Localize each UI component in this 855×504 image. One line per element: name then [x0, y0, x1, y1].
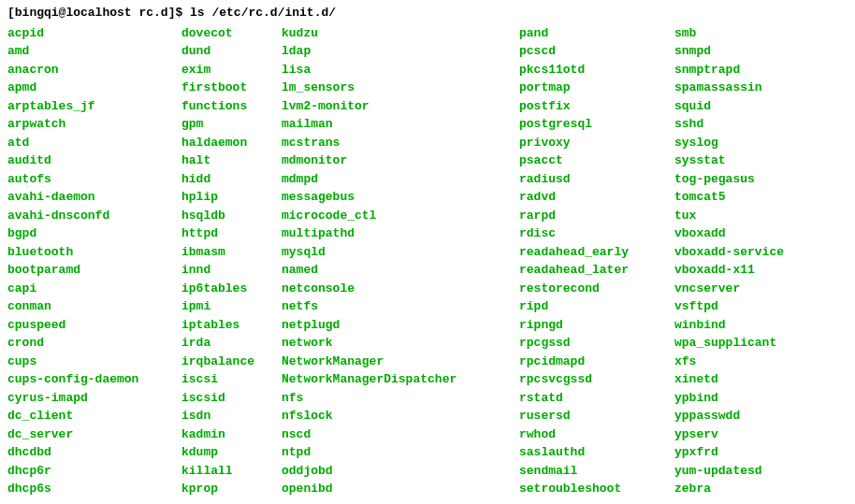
file-entry: vsftpd [674, 297, 784, 316]
col-1: acpidamdanacronapmdarptables_jfarpwatcha… [7, 24, 181, 498]
col-4: pandpcscdpkcs11otdportmappostfixpostgres… [519, 24, 674, 498]
file-entry: kadmin [181, 425, 282, 444]
file-entry: vboxadd-service [674, 243, 784, 262]
file-entry: dc_server [7, 425, 181, 444]
file-entry: capi [7, 280, 181, 298]
file-entry: isdn [181, 407, 282, 425]
file-entry: setroubleshoot [519, 480, 674, 498]
col-3: kudzuldaplisalm_sensorslvm2-monitormailm… [282, 24, 519, 498]
file-entry: lm_sensors [282, 79, 519, 97]
file-entry: haldaemon [181, 134, 282, 152]
file-entry: xfs [674, 353, 784, 371]
file-entry: netconsole [282, 280, 519, 298]
file-entry: spamassassin [674, 79, 784, 97]
file-entry: syslog [674, 134, 784, 152]
file-entry: lisa [282, 61, 519, 79]
file-entry: iptables [181, 316, 282, 335]
file-entry: xinetd [674, 370, 784, 389]
file-entry: mcstrans [282, 134, 519, 152]
file-entry: cpuspeed [7, 316, 181, 335]
file-entry: lvm2-monitor [282, 97, 519, 116]
file-entry: ripngd [519, 316, 674, 335]
file-entry: kudzu [282, 24, 519, 43]
file-entry: zebra [674, 480, 784, 498]
file-entry: yppasswdd [674, 407, 784, 425]
file-entry: wpa_supplicant [674, 334, 784, 353]
file-entry: avahi-daemon [7, 188, 181, 207]
file-entry: innd [181, 261, 282, 280]
file-entry: ypserv [674, 425, 784, 444]
file-entry: httpd [181, 224, 282, 243]
file-entry: avahi-dnsconfd [7, 207, 181, 225]
file-entry: firstboot [181, 79, 282, 97]
file-entry: rusersd [519, 407, 674, 425]
file-entry: rstatd [519, 389, 674, 408]
file-entry: NetworkManager [282, 353, 519, 371]
file-entry: messagebus [282, 188, 519, 207]
file-entry: rpcidmapd [519, 353, 674, 371]
file-entry: atd [7, 134, 181, 152]
file-entry: NetworkManagerDispatcher [282, 370, 519, 389]
file-entry: network [282, 334, 519, 353]
file-entry: pand [519, 24, 674, 43]
file-entry: smb [674, 24, 784, 43]
file-entry: nfslock [282, 407, 519, 425]
file-entry: netfs [282, 297, 519, 316]
file-entry: kprop [181, 480, 282, 498]
file-entry: rpcsvcgssd [519, 370, 674, 389]
file-entry: mdmpd [282, 170, 519, 189]
file-entry: readahead_early [519, 243, 674, 262]
file-entry: irqbalance [181, 353, 282, 371]
file-entry: mysqld [282, 243, 519, 262]
file-entry: mdmonitor [282, 151, 519, 170]
file-entry: anacron [7, 61, 181, 79]
file-entry: ip6tables [181, 280, 282, 298]
file-entry: privoxy [519, 134, 674, 152]
file-entry: dhcdbd [7, 443, 181, 462]
file-entry: cups [7, 353, 181, 371]
file-entry: killall [181, 462, 282, 481]
file-entry: auditd [7, 151, 181, 170]
file-entry: ypxfrd [674, 443, 784, 462]
file-entry: pcscd [519, 42, 674, 61]
file-entry: rpcgssd [519, 334, 674, 353]
file-entry: ipmi [181, 297, 282, 316]
file-entry: multipathd [282, 224, 519, 243]
file-entry: hsqldb [181, 207, 282, 225]
file-entry: tog-pegasus [674, 170, 784, 189]
file-entry: autofs [7, 170, 181, 189]
file-entry: yum-updatesd [674, 462, 784, 481]
file-entry: saslauthd [519, 443, 674, 462]
file-entry: bluetooth [7, 243, 181, 262]
file-entry: dhcp6s [7, 480, 181, 498]
file-entry: rwhod [519, 425, 674, 444]
file-entry: radvd [519, 188, 674, 207]
file-entry: iscsid [181, 389, 282, 408]
file-entry: vboxadd [674, 224, 784, 243]
file-entry: ypbind [674, 389, 784, 408]
file-entry: gpm [181, 115, 282, 134]
shell-prompt: [bingqi@localhost rc.d]$ ls /etc/rc.d/in… [7, 4, 848, 22]
file-entry: hplip [181, 188, 282, 207]
file-entry: bgpd [7, 224, 181, 243]
file-entry: named [282, 261, 519, 280]
file-entry: bootparamd [7, 261, 181, 280]
file-entry: ldap [282, 42, 519, 61]
file-entry: readahead_later [519, 261, 674, 280]
file-entry: arpwatch [7, 115, 181, 134]
file-entry: conman [7, 297, 181, 316]
ls-output: acpidamdanacronapmdarptables_jfarpwatcha… [7, 24, 848, 498]
file-entry: nfs [282, 389, 519, 408]
file-entry: sysstat [674, 151, 784, 170]
file-entry: kdump [181, 443, 282, 462]
file-entry: exim [181, 61, 282, 79]
file-entry: functions [181, 97, 282, 116]
file-entry: sshd [674, 115, 784, 134]
file-entry: tomcat5 [674, 188, 784, 207]
file-entry: apmd [7, 79, 181, 97]
file-entry: portmap [519, 79, 674, 97]
file-entry: rdisc [519, 224, 674, 243]
file-entry: snmpd [674, 42, 784, 61]
file-entry: psacct [519, 151, 674, 170]
file-entry: hidd [181, 170, 282, 189]
